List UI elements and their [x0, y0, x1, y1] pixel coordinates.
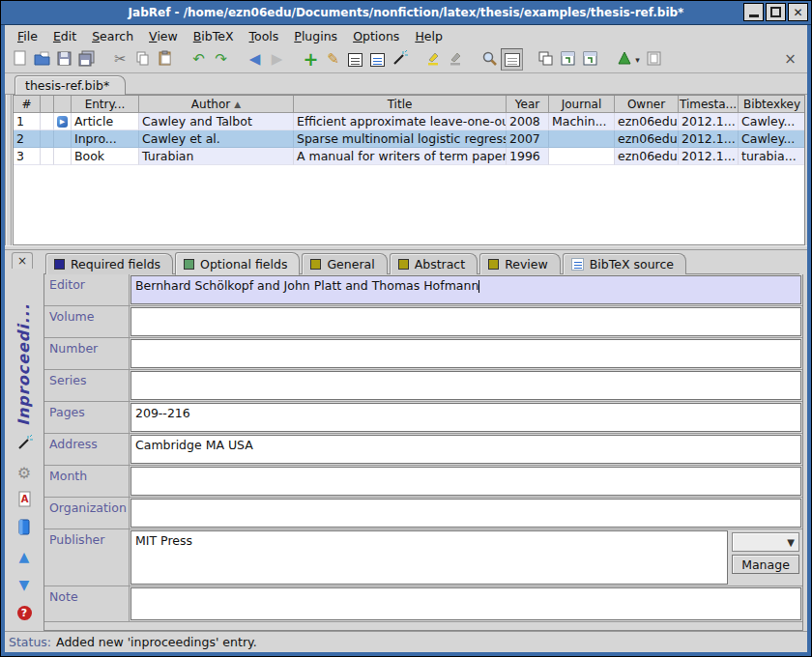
table-cell[interactable]: 2 [14, 130, 41, 148]
copy-button[interactable] [131, 48, 154, 71]
back-button[interactable]: ◀ [244, 48, 266, 71]
table-cell[interactable]: Book [72, 148, 139, 165]
help-button[interactable]: ? [15, 604, 33, 621]
menu-search[interactable]: Search [85, 27, 140, 45]
open-database-button[interactable] [31, 48, 53, 71]
new-entry-button[interactable]: + [300, 48, 322, 71]
edit-entry-button[interactable]: ✎ [322, 48, 344, 71]
table-cell[interactable]: ezn06edu [615, 148, 679, 165]
menu-tools[interactable]: Tools [243, 27, 286, 45]
table-cell[interactable]: ezn06edu [615, 113, 679, 130]
new-database-button[interactable] [9, 48, 31, 71]
toggle-preview-button[interactable] [501, 48, 523, 71]
open-external-file-button[interactable] [15, 520, 33, 537]
table-cell[interactable] [41, 113, 54, 130]
field-input-note[interactable] [130, 587, 801, 620]
url-icon[interactable]: ▶ [57, 116, 68, 128]
redo-button[interactable]: ↷ [210, 48, 232, 71]
column-header-journal[interactable]: Journal [549, 96, 615, 113]
column-header-author[interactable]: Author▲ [139, 96, 294, 113]
editor-tab-review[interactable]: Review [479, 253, 561, 274]
menu-help[interactable]: Help [408, 27, 450, 45]
table-cell[interactable] [549, 148, 615, 165]
menu-options[interactable]: Options [346, 27, 406, 45]
paste-button[interactable] [154, 48, 176, 71]
field-input-address[interactable]: Cambridge MA USA [130, 435, 801, 464]
table-cell[interactable]: Cawley... [739, 113, 805, 130]
generate-bibtexkey-button[interactable] [15, 436, 33, 453]
editor-tab-required-fields[interactable]: Required fields [45, 253, 173, 274]
editor-tab-optional-fields[interactable]: Optional fields [175, 252, 300, 275]
maximize-button[interactable] [766, 3, 786, 21]
table-cell[interactable]: ▶ [54, 113, 72, 130]
table-cell[interactable]: 2012.1... [679, 130, 739, 148]
menu-plugins[interactable]: Plugins [287, 27, 344, 45]
autoset-settings-button[interactable]: ⚙ [15, 464, 33, 481]
forward-button[interactable]: ▶ [266, 48, 288, 71]
open-file-button[interactable] [643, 48, 665, 71]
table-cell[interactable] [54, 148, 72, 165]
field-input-organization[interactable] [130, 499, 801, 528]
column-header-title[interactable]: Title [294, 96, 507, 113]
table-cell[interactable]: Article [72, 113, 139, 130]
cut-button[interactable]: ✂ [109, 48, 131, 71]
table-cell[interactable]: 2012.1... [679, 113, 739, 130]
manage-button[interactable]: Manage [732, 555, 799, 574]
next-entry-button[interactable]: ▼ [15, 576, 33, 593]
table-cell[interactable] [41, 148, 54, 165]
table-cell[interactable]: Cawley et al. [139, 130, 294, 148]
open-pdf-button[interactable]: A [15, 492, 33, 509]
menu-edit[interactable]: Edit [46, 27, 83, 45]
new-subdatabase-button[interactable] [535, 48, 557, 71]
column-header-owner[interactable]: Owner [615, 96, 679, 113]
table-cell[interactable]: 1 [14, 113, 41, 130]
table-row[interactable]: 1▶ArticleCawley and TalbotEfficient appr… [14, 113, 804, 130]
column-header-year[interactable]: Year [507, 96, 549, 113]
table-cell[interactable]: A manual for writers of term papers... [294, 148, 507, 165]
publisher-combo-box[interactable]: ▼ [732, 532, 799, 552]
table-cell[interactable]: Turabian [139, 148, 294, 165]
table-cell[interactable]: turabia... [739, 148, 805, 165]
column-header-icon[interactable] [54, 96, 72, 113]
sidepane-splitter[interactable] [5, 95, 13, 245]
table-cell[interactable]: ezn06edu [615, 130, 679, 148]
edit-strings-button[interactable] [366, 48, 389, 71]
table-cell[interactable]: Efficient approximate leave-one-out... [294, 113, 507, 130]
editor-tab-bibtex-source[interactable]: BibTeX source [563, 253, 686, 274]
push-to-lyx-button[interactable]: ▾ [613, 48, 643, 71]
close-sidepane-button[interactable]: × [779, 48, 801, 71]
field-input-publisher[interactable]: MIT Press [130, 530, 728, 585]
mark-entries-button[interactable] [422, 48, 445, 71]
minimize-button[interactable] [743, 3, 764, 21]
editor-tab-general[interactable]: General [302, 253, 387, 274]
edit-preamble-button[interactable] [344, 48, 366, 71]
table-cell[interactable]: 2012.1... [679, 148, 739, 165]
column-header-entry[interactable]: Entry... [72, 96, 139, 113]
search-button[interactable] [478, 48, 501, 71]
field-input-series[interactable] [130, 371, 801, 400]
push-to-application-2-button[interactable] [579, 48, 601, 71]
table-cell[interactable]: Sparse multinomial logistic regressi... [294, 130, 507, 148]
editor-tab-abstract[interactable]: Abstract [390, 253, 478, 274]
table-cell[interactable]: 3 [14, 148, 41, 165]
title-bar[interactable]: JabRef - /home/ezn06edu/Documents/nonfic… [1, 1, 811, 25]
unmark-entries-button[interactable] [445, 48, 467, 71]
table-cell[interactable] [549, 130, 615, 148]
push-to-lyx-dropdown-icon[interactable]: ▾ [635, 55, 640, 65]
table-cell[interactable]: Cawley... [739, 130, 805, 148]
field-input-editor[interactable]: Bernhard Schölkopf and John Platt and Th… [130, 275, 801, 304]
previous-entry-button[interactable]: ▲ [15, 548, 33, 565]
push-to-application-button[interactable] [557, 48, 579, 71]
table-row[interactable]: 3BookTurabianA manual for writers of ter… [14, 148, 804, 165]
menu-bibtex[interactable]: BibTeX [187, 27, 241, 45]
field-input-pages[interactable]: 209--216 [130, 403, 801, 432]
column-header-timesta[interactable]: Timesta... [679, 96, 739, 113]
cleanup-entries-button[interactable] [389, 48, 411, 71]
save-all-databases-button[interactable] [75, 48, 98, 71]
column-header-icon[interactable] [41, 96, 54, 113]
table-row[interactable]: 2Inpro...Cawley et al.Sparse multinomial… [14, 130, 804, 148]
table-cell[interactable]: 2008 [507, 113, 549, 130]
close-entry-editor-button[interactable]: × [12, 252, 33, 269]
table-cell[interactable]: 1996 [507, 148, 549, 165]
field-input-number[interactable] [130, 339, 801, 368]
